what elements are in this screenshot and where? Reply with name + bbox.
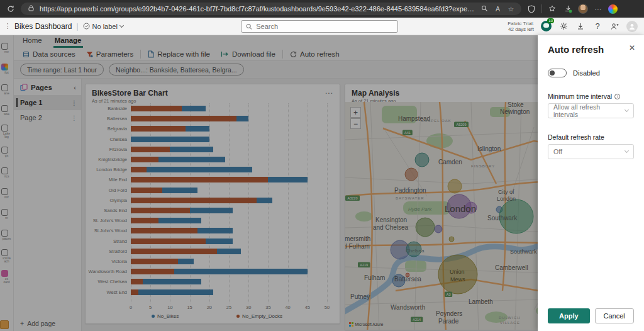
data-sources-button[interactable]: Data sources (19, 48, 79, 60)
bar-segment-no_empty_docks[interactable] (131, 228, 197, 233)
browser-profile-avatar[interactable] (578, 4, 588, 14)
cancel-button[interactable]: Cancel (595, 308, 634, 323)
bar-segment-no_bikes[interactable] (158, 157, 225, 162)
map-bubble[interactable] (435, 225, 442, 233)
rail-item-create[interactable]: ane (0, 79, 14, 100)
map-bubble[interactable] (415, 153, 429, 167)
search-in-page-icon[interactable] (480, 5, 489, 13)
page-more-options-icon[interactable]: ⋮ (71, 115, 77, 121)
bar-segment-no_bikes[interactable] (206, 238, 233, 244)
browser-essentials-icon[interactable] (526, 3, 537, 14)
default-rate-select[interactable]: Off (548, 144, 634, 159)
bar-segment-no_empty_docks[interactable] (131, 269, 174, 274)
feedback-icon[interactable] (609, 21, 619, 31)
tab-home[interactable]: Home (21, 35, 43, 48)
bar-segment-no_bikes[interactable] (143, 279, 202, 284)
browser-menu-icon[interactable]: ⋯ (592, 3, 604, 14)
bar-segment-no_bikes[interactable] (217, 249, 240, 254)
download-file-button[interactable]: Download file (217, 48, 279, 60)
bar-segment-no_bikes[interactable] (178, 259, 194, 264)
bar-segment-no_bikes[interactable] (190, 208, 233, 213)
bar-segment-no_empty_docks[interactable] (131, 259, 178, 264)
help-icon[interactable]: ? (592, 21, 602, 31)
bar-segment-no_bikes[interactable] (186, 126, 209, 132)
map-bubble[interactable] (405, 168, 418, 181)
bar-segment-no_bikes[interactable] (158, 218, 202, 223)
search-input[interactable] (256, 23, 393, 30)
bar-segment-no_empty_docks[interactable] (131, 126, 186, 132)
bar-segment-no_bikes[interactable] (257, 198, 272, 203)
rail-item-workspaces[interactable]: paces (0, 225, 14, 245)
page-item-1[interactable]: Page 1 ⋮ (14, 95, 81, 110)
bar-segment-no_bikes[interactable] (174, 269, 308, 274)
read-aloud-icon[interactable]: A (493, 5, 502, 13)
rail-item-learn[interactable]: rn (0, 204, 14, 225)
apply-button[interactable]: Apply (548, 308, 590, 323)
download-app-icon[interactable] (575, 21, 586, 31)
collections-icon[interactable] (547, 3, 558, 14)
map-zoom-in-button[interactable]: + (350, 107, 361, 118)
favorite-star-icon[interactable]: ☆ (506, 5, 516, 13)
url-text[interactable]: https://app.powerbi.com/groups/e992b4b7-… (40, 5, 476, 13)
bar-segment-no_empty_docks[interactable] (131, 238, 206, 244)
bar-segment-no_bikes[interactable] (131, 137, 209, 142)
bar-segment-no_empty_docks[interactable] (131, 157, 158, 162)
bar-segment-no_empty_docks[interactable] (131, 208, 190, 213)
bar-segment-no_bikes[interactable] (170, 147, 213, 152)
rail-item-monitor[interactable]: itor (0, 183, 14, 204)
global-search[interactable] (241, 20, 398, 33)
edge-copilot-icon[interactable] (608, 4, 618, 14)
rail-item-metrics[interactable]: rics (0, 162, 14, 183)
bar-segment-no_empty_docks[interactable] (131, 106, 182, 111)
auto-refresh-toggle[interactable] (548, 69, 567, 77)
rail-item-kusto-workspace[interactable]: icsDa ach (0, 245, 14, 266)
bar-segment-no_bikes[interactable] (138, 289, 213, 295)
rail-item-onelake-catalog[interactable]: Lake log (0, 121, 14, 142)
bar-segment-no_bikes[interactable] (236, 116, 248, 121)
bar-segment-no_empty_docks[interactable] (131, 147, 170, 152)
account-avatar[interactable] (626, 21, 638, 32)
map-bubble[interactable] (448, 179, 462, 193)
bar-segment-no_empty_docks[interactable] (131, 218, 158, 223)
page-more-options-icon[interactable]: ⋮ (71, 99, 77, 106)
bar-segment-no_empty_docks[interactable] (131, 198, 257, 203)
copilot-badge-icon[interactable]: 10 (541, 21, 552, 31)
sensitivity-label[interactable]: No label (83, 23, 123, 30)
chart-more-options[interactable]: ... (325, 87, 333, 96)
map-bubble[interactable] (416, 218, 435, 237)
bar-segment-no_empty_docks[interactable] (131, 116, 236, 121)
bar-segment-no_empty_docks[interactable] (131, 177, 268, 182)
bar-segment-no_empty_docks[interactable] (131, 249, 217, 254)
bar-segment-no_empty_docks[interactable] (131, 289, 138, 295)
rail-item-home[interactable]: me (0, 38, 14, 59)
info-icon[interactable]: i (614, 94, 620, 99)
add-page-button[interactable]: + Add page (20, 320, 55, 327)
rail-item-apps[interactable]: gs (0, 142, 14, 162)
org-badge-icon[interactable] (0, 320, 9, 329)
neighbourhood-chip[interactable]: Neighbo...: Bankside, Battersea, Belgra.… (109, 64, 244, 76)
bar-segment-no_bikes[interactable] (147, 167, 252, 172)
min-interval-select[interactable]: Allow all refresh intervals (548, 103, 634, 118)
bar-segment-no_bikes[interactable] (162, 188, 197, 193)
bar-segment-no_bikes[interactable] (182, 106, 205, 111)
settings-gear-icon[interactable] (558, 21, 569, 31)
downloads-icon[interactable] (562, 3, 574, 14)
bar-segment-no_bikes[interactable] (197, 228, 233, 233)
bar-segment-no_bikes[interactable] (268, 177, 307, 182)
tab-manage[interactable]: Manage (53, 35, 83, 48)
bar-segment-no_empty_docks[interactable] (131, 279, 143, 284)
page-item-2[interactable]: Page 2 ⋮ (14, 110, 81, 125)
collapse-panel-icon[interactable]: ‹ (74, 84, 76, 91)
rail-item-copilot[interactable]: ilot (0, 59, 14, 79)
bar-segment-no_empty_docks[interactable] (131, 167, 147, 172)
map-zoom-out-button[interactable]: − (350, 118, 361, 129)
time-range-chip[interactable]: Time range: Last 1 hour (20, 64, 104, 76)
parameters-button[interactable]: Parameters (82, 48, 137, 60)
close-icon[interactable]: ✕ (629, 43, 635, 52)
bar-segment-no_empty_docks[interactable] (131, 188, 162, 193)
replace-with-file-button[interactable]: Replace with file (144, 48, 214, 60)
map-bubble[interactable] (449, 237, 454, 242)
reload-icon[interactable] (5, 3, 16, 14)
rail-item-bikes-dashboard[interactable]: es oard (0, 266, 14, 287)
rail-item-browse[interactable]: wse (0, 100, 14, 121)
